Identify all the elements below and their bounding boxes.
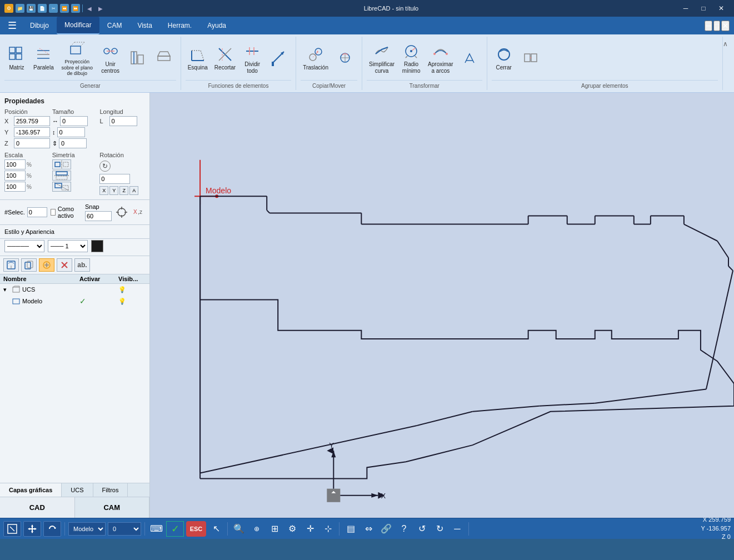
- ribbon-tool-arrow[interactable]: [267, 47, 291, 69]
- canvas-area[interactable]: Modelo: [150, 93, 734, 518]
- length-input[interactable]: [109, 116, 137, 126]
- ribbon-tool-dividir[interactable]: Dividirtodo: [240, 41, 264, 76]
- layer-tool-add[interactable]: [3, 258, 19, 272]
- layer-number-select[interactable]: 0: [108, 522, 141, 536]
- maximize-button[interactable]: □: [695, 3, 712, 14]
- ribbon-tool-transform-extra[interactable]: [458, 47, 482, 69]
- hamburger-menu[interactable]: ☰: [2, 17, 22, 34]
- status-minus-icon[interactable]: ─: [450, 521, 465, 537]
- rotation-input[interactable]: [99, 174, 130, 184]
- z-axis-btn[interactable]: Z: [119, 186, 128, 195]
- modelo-visible-icon[interactable]: 💡: [118, 298, 146, 305]
- sym-btn-3[interactable]: [52, 182, 71, 192]
- status-rotate-btn[interactable]: [43, 521, 61, 537]
- ribbon-tool-agrupar-extra[interactable]: [518, 47, 543, 69]
- tab-ucs[interactable]: UCS: [62, 483, 93, 497]
- layer-item-modelo[interactable]: Modelo ✓ 💡: [0, 295, 149, 307]
- z-input[interactable]: [14, 138, 50, 148]
- scale-y-input[interactable]: [4, 171, 26, 181]
- menu-vista[interactable]: Vista: [129, 17, 159, 34]
- ribbon-tool-esquina[interactable]: Esquina: [186, 44, 210, 73]
- ribbon-tool-matriz[interactable]: Matriz: [4, 44, 29, 73]
- tab-filtros[interactable]: Filtros: [93, 483, 128, 497]
- snap-xz-icon[interactable]: X , z: [132, 206, 145, 219]
- menu-ayuda[interactable]: Ayuda: [199, 17, 234, 34]
- snap-input[interactable]: [85, 211, 112, 221]
- line-style-select[interactable]: ───── - - - ·····: [4, 240, 44, 252]
- ribbon-tool-copiar2[interactable]: [333, 47, 357, 69]
- app-icon-8[interactable]: ▶: [96, 4, 105, 13]
- inner-min[interactable]: ─: [705, 21, 712, 31]
- ribbon-tool-recortar[interactable]: Recortar: [212, 44, 238, 73]
- menu-cam[interactable]: CAM: [99, 17, 130, 34]
- cad-button[interactable]: CAD: [0, 497, 75, 518]
- app-icon-6[interactable]: ⏩: [71, 4, 80, 13]
- status-undo-icon[interactable]: ↺: [414, 521, 430, 537]
- ribbon-tool-paralela[interactable]: Paralela: [31, 44, 56, 73]
- ribbon-tool-extra1[interactable]: [125, 47, 149, 69]
- app-icon-5[interactable]: ⏪: [60, 4, 69, 13]
- status-transform-icon[interactable]: ⇔: [361, 521, 376, 537]
- app-icon-7[interactable]: ◀: [85, 4, 94, 13]
- rotate-icon[interactable]: ↻: [99, 161, 111, 172]
- app-icon-3[interactable]: 📄: [38, 4, 47, 13]
- app-icon-save[interactable]: 💾: [27, 4, 36, 13]
- color-swatch[interactable]: [91, 240, 103, 252]
- status-move-btn[interactable]: [23, 521, 41, 537]
- app-icon-4[interactable]: ✂: [49, 4, 58, 13]
- comoactivo-checkbox[interactable]: [51, 209, 56, 216]
- ribbon-tool-cerrar[interactable]: Cerrar: [492, 44, 516, 73]
- ribbon-tool-proyeccion[interactable]: Proyección sobre el plano de dibujo: [58, 38, 96, 78]
- layer-tool-new[interactable]: [39, 258, 54, 272]
- ucs-expand-icon[interactable]: ▾: [3, 286, 10, 293]
- status-zoom-in-icon[interactable]: ⊕: [249, 521, 264, 537]
- status-cross-icon[interactable]: ✛: [302, 521, 318, 537]
- status-grid-icon[interactable]: ⊞: [267, 521, 282, 537]
- status-check-btn[interactable]: ✓: [166, 521, 184, 537]
- status-select-btn[interactable]: [3, 521, 21, 537]
- status-link-icon[interactable]: 🔗: [378, 521, 394, 537]
- menu-dibujo[interactable]: Dibujo: [22, 17, 57, 34]
- ribbon-tool-unir[interactable]: Unircentros: [98, 41, 123, 76]
- x-axis-btn[interactable]: X: [99, 186, 108, 195]
- status-cursor-icon[interactable]: ↖: [208, 521, 224, 537]
- snap-crosshair-icon[interactable]: [115, 206, 128, 219]
- depth-input[interactable]: [59, 138, 87, 148]
- ribbon-tool-aproximar[interactable]: Aproximara arcos: [426, 41, 456, 76]
- model-view-select[interactable]: Modelo: [68, 522, 106, 536]
- layer-item-ucs[interactable]: ▾ UCS 💡: [0, 284, 149, 295]
- ribbon-tool-traslacion[interactable]: Traslación: [301, 44, 331, 73]
- status-axis-icon[interactable]: ⊹: [320, 521, 336, 537]
- ribbon-collapse-btn[interactable]: ∧: [723, 37, 734, 90]
- scale-z-input[interactable]: [4, 182, 26, 192]
- status-zoom-out-icon[interactable]: 🔍: [231, 521, 247, 537]
- layer-tool-text[interactable]: ab.: [74, 258, 90, 272]
- ucs-visible-icon[interactable]: 💡: [118, 286, 146, 293]
- sym-btn-1[interactable]: [52, 159, 71, 169]
- minimize-button[interactable]: ─: [677, 3, 694, 14]
- height-input[interactable]: [57, 127, 85, 137]
- width-input[interactable]: [60, 116, 88, 126]
- status-keyboard-icon[interactable]: ⌨: [148, 521, 164, 537]
- close-button[interactable]: ✕: [713, 3, 730, 14]
- ribbon-tool-extra2[interactable]: [152, 47, 176, 69]
- inner-max[interactable]: □: [713, 21, 720, 31]
- layer-tool-copy[interactable]: [21, 258, 37, 272]
- sym-btn-2[interactable]: [52, 171, 71, 181]
- status-redo-icon[interactable]: ↻: [432, 521, 447, 537]
- x-input[interactable]: [14, 116, 50, 126]
- scale-x-input[interactable]: [4, 159, 26, 169]
- ribbon-tool-radio[interactable]: Radiomínimo: [399, 41, 423, 76]
- status-help-icon[interactable]: ?: [396, 521, 412, 537]
- menu-herram[interactable]: Herram.: [160, 17, 199, 34]
- tab-capas[interactable]: Capas gráficas: [0, 483, 62, 497]
- selec-input[interactable]: [27, 207, 47, 217]
- menu-modificar[interactable]: Modificar: [57, 17, 99, 34]
- status-esc-btn[interactable]: ESC: [186, 521, 206, 537]
- status-layers-icon[interactable]: ▤: [343, 521, 358, 537]
- status-settings-icon[interactable]: ⚙: [284, 521, 300, 537]
- inner-close[interactable]: ✕: [721, 21, 730, 31]
- cam-button[interactable]: CAM: [75, 497, 150, 518]
- ribbon-tool-simplificar[interactable]: Simplificarcurva: [367, 41, 397, 76]
- a-axis-btn[interactable]: A: [129, 186, 138, 195]
